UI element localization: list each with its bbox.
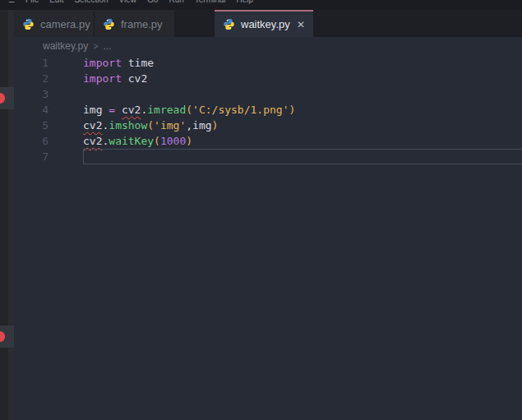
- code-text[interactable]: cv2.waitKey(1000): [70, 133, 522, 149]
- sidebar-rail: [0, 10, 14, 420]
- code-text[interactable]: cv2.imshow('img',img): [70, 118, 522, 133]
- menu-item-edit[interactable]: Edit: [49, 0, 63, 4]
- code-token: ): [289, 104, 295, 116]
- code-token: waitKey: [109, 135, 154, 147]
- python-icon: [223, 18, 235, 30]
- tab-label: frame.py: [121, 18, 163, 30]
- tab-label: waitkey.py: [241, 18, 290, 30]
- code-token: =: [109, 104, 115, 116]
- code-line: 5cv2.imshow('img',img): [14, 118, 522, 133]
- menu-item-file[interactable]: File: [25, 0, 39, 4]
- python-icon: [22, 18, 35, 30]
- code-token: 1000: [160, 135, 186, 147]
- code-token: 'C:/sysb/1.png': [192, 104, 289, 116]
- code-token: ): [212, 119, 219, 132]
- code-token: cv2: [83, 119, 102, 132]
- menu-item-run[interactable]: Run: [169, 0, 183, 4]
- code-token: imread: [147, 104, 186, 116]
- code-token: cv2: [122, 104, 141, 116]
- sidebar-rail-strip: [8, 10, 14, 420]
- line-number[interactable]: 5: [14, 118, 70, 133]
- tab-waitkey.py[interactable]: waitkey.py✕: [215, 10, 313, 37]
- menu-item-selection[interactable]: Selection: [74, 0, 108, 4]
- line-number[interactable]: 7: [14, 149, 70, 164]
- rail-item[interactable]: [0, 325, 14, 348]
- code-line: 1import time: [14, 55, 522, 71]
- menubar-items: ☰ FileEditSelectionViewGoRunTerminalHelp: [8, 0, 522, 4]
- error-badge: [0, 331, 5, 342]
- code-token: 'img': [154, 119, 186, 132]
- code-token: cv2: [122, 72, 147, 85]
- code-token: import: [83, 72, 122, 85]
- code-token: img: [83, 104, 109, 116]
- line-number[interactable]: 2: [14, 71, 70, 86]
- menu-item-view[interactable]: View: [119, 0, 137, 4]
- code-text[interactable]: [70, 86, 522, 102]
- line-number[interactable]: 3: [14, 86, 70, 102]
- tab-frame.py[interactable]: frame.py: [95, 10, 175, 37]
- code-line: 3: [14, 86, 522, 102]
- code-text[interactable]: img = cv2.imread('C:/sysb/1.png'): [70, 102, 522, 118]
- menu-item-go[interactable]: Go: [147, 0, 158, 4]
- menu-item-help[interactable]: Help: [237, 0, 254, 4]
- tab-camera.py[interactable]: camera.py: [14, 10, 95, 37]
- vscode-window: { "menubar": { "app_icon": "menu-icon", …: [0, 0, 522, 420]
- code-token: imshow: [109, 119, 147, 132]
- app-menu-icon[interactable]: ☰: [8, 0, 15, 4]
- code-token: (: [186, 104, 192, 116]
- code-line: 6cv2.waitKey(1000): [14, 133, 522, 149]
- line-number[interactable]: 4: [14, 102, 70, 118]
- code-lines: 1import time2import cv234img = cv2.imrea…: [14, 55, 522, 164]
- editor-region: camera.pyframe.pywaitkey.py✕ waitkey.py …: [14, 10, 522, 420]
- line-number[interactable]: 1: [14, 55, 70, 71]
- code-token: import: [83, 57, 122, 69]
- code-token: (: [154, 135, 160, 147]
- python-icon: [103, 18, 115, 30]
- breadcrumb-file[interactable]: waitkey.py: [43, 40, 88, 52]
- tab-bar: camera.pyframe.pywaitkey.py✕: [14, 10, 522, 37]
- error-badge: [0, 93, 5, 104]
- rail-item[interactable]: [0, 87, 14, 109]
- code-token: time: [122, 57, 154, 69]
- breadcrumb-more[interactable]: ...: [104, 40, 112, 52]
- code-token: ,img: [186, 119, 211, 132]
- code-token: ): [186, 135, 192, 147]
- python-icon: [27, 41, 38, 52]
- chevron-right-icon: >: [93, 41, 98, 51]
- tab-label: camera.py: [40, 18, 90, 30]
- line-number[interactable]: 6: [14, 133, 70, 149]
- code-line: 7: [14, 149, 522, 164]
- menu-bar: ☰ FileEditSelectionViewGoRunTerminalHelp: [0, 0, 522, 10]
- code-editor[interactable]: 1import time2import cv234img = cv2.imrea…: [14, 55, 522, 420]
- breadcrumb[interactable]: waitkey.py > ...: [14, 37, 522, 55]
- code-token: [115, 104, 122, 116]
- code-text[interactable]: import cv2: [70, 71, 522, 86]
- code-text[interactable]: [70, 149, 522, 164]
- code-token: (: [147, 119, 154, 132]
- code-text[interactable]: import time: [70, 55, 522, 71]
- close-icon[interactable]: ✕: [297, 20, 305, 30]
- code-line: 2import cv2: [14, 71, 522, 86]
- tab-gap: [175, 10, 215, 37]
- code-line: 4img = cv2.imread('C:/sysb/1.png'): [14, 102, 522, 118]
- code-token: cv2: [83, 135, 102, 147]
- menu-item-terminal[interactable]: Terminal: [195, 0, 226, 4]
